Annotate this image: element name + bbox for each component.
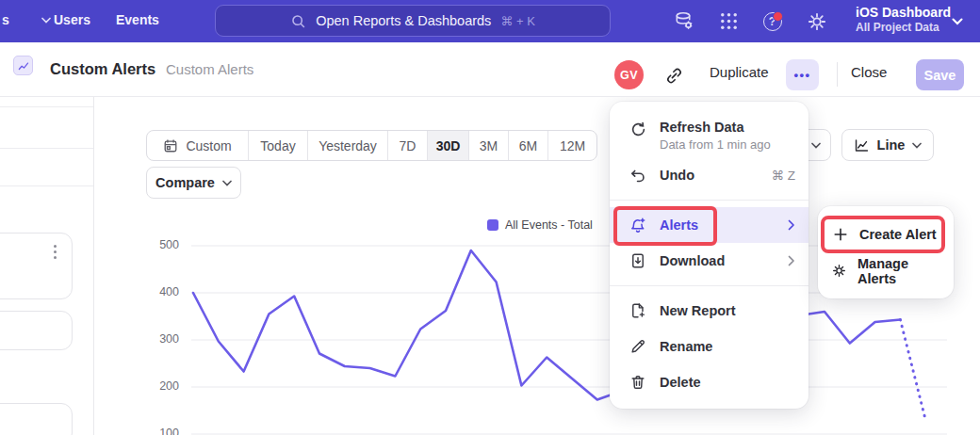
chart-type-button[interactable]: Line [841, 129, 934, 161]
search-icon [290, 13, 306, 29]
more-options-button[interactable]: ••• [786, 59, 819, 90]
range-label: 12M [560, 138, 585, 153]
top-navigation-bar: s Users Events Open Reports & Dashboards… [0, 0, 980, 42]
chart-type-label: Line [877, 137, 906, 153]
menu-label: Alerts [660, 218, 698, 233]
menu-item-delete[interactable]: Delete [610, 364, 808, 400]
menu-item-refresh-data[interactable]: Refresh Data Data from 1 min ago [610, 110, 808, 157]
sidebar-divider [0, 106, 93, 107]
range-7d[interactable]: 7D [387, 131, 427, 160]
search-bar[interactable]: Open Reports & Dashboards ⌘ + K [215, 5, 611, 37]
calendar-icon [163, 138, 178, 153]
nav-item-truncated[interactable]: s [2, 12, 9, 27]
range-label: 3M [480, 138, 498, 153]
help-icon: ? [763, 12, 782, 31]
help-button[interactable]: ? [760, 8, 785, 34]
range-label: 7D [400, 138, 416, 153]
search-placeholder: Open Reports & Dashboards [316, 13, 491, 28]
report-icon [13, 56, 33, 75]
sidebar-card[interactable] [0, 233, 73, 299]
new-report-icon [629, 302, 647, 319]
menu-label: Undo [660, 168, 694, 183]
more-options-menu: Refresh Data Data from 1 min ago Undo ⌘ … [610, 102, 808, 409]
grid-icon [718, 10, 740, 32]
menu-label: Download [660, 253, 725, 268]
sidebar-divider [0, 148, 93, 149]
bell-plus-icon [629, 217, 647, 234]
y-axis-tick-label: 300 [138, 332, 179, 346]
settings-button[interactable] [804, 8, 829, 34]
submenu-label: Create Alert [859, 227, 937, 242]
y-axis-tick-label: 400 [138, 285, 179, 298]
breadcrumb: Custom Alerts [166, 61, 253, 77]
range-label: Yesterday [318, 138, 377, 153]
menu-sublabel: Data from 1 min ago [660, 137, 771, 152]
range-label: Custom [186, 138, 231, 153]
line-chart-icon [854, 137, 870, 153]
range-yesterday[interactable]: Yesterday [307, 131, 387, 160]
menu-label: Rename [660, 339, 712, 354]
database-icon [672, 9, 695, 33]
sidebar-divider [0, 185, 93, 186]
plus-icon [831, 227, 849, 242]
pencil-icon [629, 338, 647, 355]
chevron-down-icon [912, 142, 922, 149]
menu-label: New Report [660, 303, 736, 318]
alerts-submenu: Create Alert Manage Alerts [818, 206, 954, 298]
menu-item-rename[interactable]: Rename [610, 329, 808, 364]
download-icon [629, 252, 647, 269]
menu-item-alerts[interactable]: Alerts [610, 207, 808, 243]
chevron-down-icon [811, 142, 821, 149]
legend-swatch [487, 219, 498, 231]
range-custom[interactable]: Custom [147, 131, 248, 160]
refresh-icon [629, 121, 647, 138]
close-button[interactable]: Close [851, 64, 887, 80]
nav-item-events[interactable]: Events [116, 12, 159, 27]
range-12m[interactable]: 12M [547, 131, 596, 160]
gear-icon [806, 10, 828, 33]
project-switcher[interactable]: iOS Dashboard All Project Data [856, 5, 951, 35]
nav-item-users[interactable]: Users [54, 12, 90, 27]
chevron-down-icon[interactable] [952, 18, 963, 25]
kebab-menu-icon[interactable] [54, 245, 57, 259]
range-30d-selected[interactable]: 30D [427, 131, 468, 160]
submenu-label: Manage Alerts [858, 256, 940, 286]
submenu-item-manage-alerts[interactable]: Manage Alerts [818, 252, 954, 289]
app-root: 500400300200100 All Events - Total Custo… [0, 0, 980, 435]
undo-icon [629, 167, 647, 185]
sidebar-card[interactable] [0, 403, 73, 435]
avatar[interactable]: GV [614, 60, 644, 89]
chevron-down-icon [222, 180, 232, 186]
duplicate-button[interactable]: Duplicate [710, 64, 769, 80]
range-today[interactable]: Today [248, 131, 307, 160]
apps-grid-button[interactable] [716, 8, 742, 34]
mini-line-chart-icon [17, 59, 30, 72]
submenu-item-create-alert[interactable]: Create Alert [818, 216, 954, 252]
menu-item-download[interactable]: Download [610, 243, 808, 279]
data-management-button[interactable] [671, 8, 696, 34]
range-3m[interactable]: 3M [468, 131, 508, 160]
range-label: Today [260, 138, 295, 153]
range-label: 6M [519, 138, 537, 153]
legend-label: All Events - Total [505, 218, 593, 232]
compare-label: Compare [155, 175, 215, 190]
left-sidebar [0, 97, 94, 435]
chevron-right-icon [788, 219, 795, 231]
range-6m[interactable]: 6M [508, 131, 547, 160]
copy-link-button[interactable] [662, 63, 686, 88]
link-icon [664, 66, 684, 86]
notification-badge [773, 11, 783, 22]
compare-button[interactable]: Compare [146, 167, 241, 199]
search-shortcut: ⌘ + K [500, 14, 535, 28]
dashboard-name: iOS Dashboard [856, 5, 951, 21]
chevron-right-icon [788, 255, 795, 266]
menu-shortcut: ⌘ Z [772, 168, 796, 183]
report-header: Custom Alerts Custom Alerts GV Duplicate… [0, 42, 980, 97]
sidebar-card[interactable] [0, 311, 73, 350]
menu-item-undo[interactable]: Undo ⌘ Z [610, 157, 808, 193]
trash-icon [629, 374, 647, 391]
menu-label: Delete [660, 375, 701, 390]
save-button[interactable]: Save [916, 59, 964, 90]
menu-divider [610, 200, 808, 201]
menu-item-new-report[interactable]: New Report [610, 293, 808, 329]
